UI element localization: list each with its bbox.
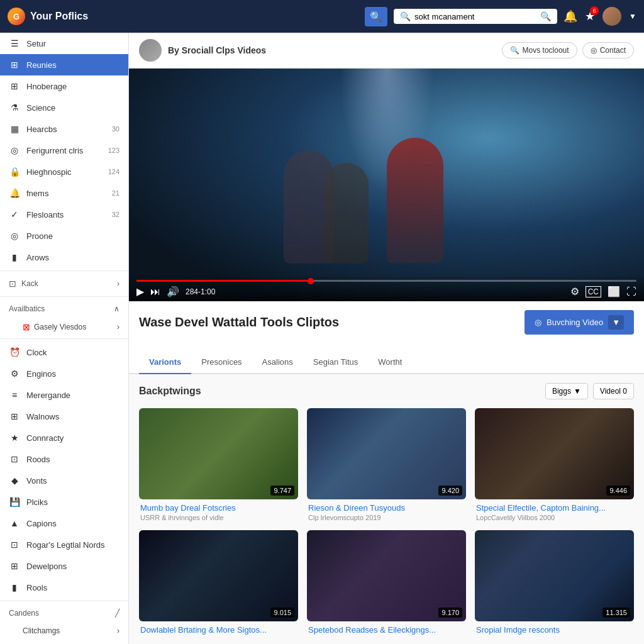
theater-icon[interactable]: ⬜	[608, 286, 620, 297]
sidebar-item-science[interactable]: ⚗ Science	[0, 97, 128, 118]
sidebar-item-proone[interactable]: ◎ Proone	[0, 225, 128, 247]
next-icon[interactable]: ⏭	[150, 286, 160, 297]
hieghnospic-icon: 🔒	[9, 166, 20, 177]
bell-badge-btn[interactable]: ★ 6	[585, 9, 595, 23]
flesloants-count: 32	[112, 211, 119, 218]
sidebar-item-capions[interactable]: ▲ Capions	[0, 513, 128, 534]
cc-icon[interactable]: CC	[586, 286, 601, 297]
chevron-down-icon[interactable]: ▼	[629, 12, 636, 21]
contact-btn[interactable]: ◎ Contact	[582, 42, 634, 58]
sidebar-item-rogars[interactable]: ⊡ Rogar's Legtlal Nords	[0, 534, 128, 555]
controls-right: ⚙ CC ⬜ ⛶	[570, 286, 636, 297]
sidebar-divider-1	[0, 270, 128, 271]
gasely-label: Gasely Viesdos	[34, 323, 86, 331]
science-icon: ⚗	[9, 102, 20, 113]
tab-segian-titus[interactable]: Segian Titus	[303, 351, 369, 374]
card-duration-4: 9.015	[270, 608, 294, 618]
sidebar-item-ferigurrent[interactable]: ◎ Ferigurrent clris 123	[0, 140, 128, 161]
video-card-4[interactable]: 9.015 Dowlablel Brtating & More Sigtos..…	[139, 530, 298, 636]
contact-btn-label: Contact	[600, 46, 626, 55]
setur-icon: ☰	[9, 38, 20, 49]
sidebar-item-roods[interactable]: ⊡ Roods	[0, 448, 128, 470]
plciks-icon: 💾	[9, 496, 20, 508]
sidebar-item-hieghnospic[interactable]: 🔒 Hieghnospic 124	[0, 161, 128, 182]
sidebar-item-dewelpons[interactable]: ⊞ Dewelpons	[0, 555, 128, 577]
fullscreen-icon[interactable]: ⛶	[626, 286, 636, 297]
reunies-icon: ⊞	[9, 59, 20, 70]
sidebar-label-proone: Proone	[26, 231, 53, 241]
tab-varionts[interactable]: Varionts	[139, 351, 191, 374]
tab-wortht[interactable]: Wortht	[368, 351, 412, 374]
sidebar-availbatics-section[interactable]: Availbatics ∧	[0, 299, 128, 318]
search-input[interactable]	[414, 12, 536, 21]
logo[interactable]: G Your Poflics	[8, 8, 88, 25]
video-card-3[interactable]: 9.446 Stpecial Elfectile, Captom Baining…	[475, 408, 634, 521]
logo-text: Your Poflics	[30, 11, 88, 22]
sidebar-item-setur[interactable]: ☰ Setur	[0, 33, 128, 54]
dewelpons-icon: ⊞	[9, 560, 20, 572]
sidebar-item-fnems[interactable]: 🔔 fnems 21	[0, 182, 128, 204]
tab-presonices[interactable]: Presonices	[191, 351, 252, 374]
card-thumbnail-1: 9.747	[139, 408, 298, 499]
volume-icon[interactable]: 🔊	[167, 286, 179, 297]
video-grid: 9.747 Mumb bay Dreal Fotscries USRR & ih…	[139, 408, 634, 636]
candens-chevron-icon: ╱	[115, 609, 119, 618]
search-small-icon: 🔍	[510, 46, 519, 55]
video-card-2[interactable]: 9.420 Rieson & Direen Tusyouds Clp Irlev…	[307, 408, 466, 521]
video-card-6[interactable]: 11.315 Sropial Imdge resconts	[475, 530, 634, 636]
sidebar-gasely-sub[interactable]: ⊠ Gasely Viesdos ›	[0, 318, 128, 336]
video-controls: ▶ ⏭ 🔊 284-1:00 ⚙ CC ⬜ ⛶	[129, 275, 644, 301]
sidebar-label-rools: Rools	[26, 583, 47, 592]
sidebar-item-merergande[interactable]: ≡ Merergande	[0, 384, 128, 406]
sidebar-item-hnoberage[interactable]: ⊞ Hnoberage	[0, 75, 128, 97]
sidebar-item-plciks[interactable]: 💾 Plciks	[0, 491, 128, 513]
play-icon[interactable]: ▶	[136, 286, 144, 297]
sidebar-label-ferigurrent: Ferigurrent clris	[26, 146, 83, 155]
flesloants-icon: ✓	[9, 209, 20, 220]
videos-section: Backptwings Biggs ▼ Videol 0 9.747 M	[129, 374, 644, 644]
sidebar-label-rogars: Rogar's Legtlal Nords	[26, 540, 105, 550]
sidebar-item-clock[interactable]: ⏰ Clock	[0, 341, 128, 363]
sidebar-clitchamgs-sub[interactable]: Clitchamgs ›	[0, 623, 128, 639]
movs-tocloout-btn[interactable]: 🔍 Movs tocloout	[502, 42, 577, 58]
settings-icon[interactable]: ⚙	[570, 286, 579, 297]
fnems-icon: 🔔	[9, 187, 20, 199]
sidebar-kack-section[interactable]: ⊡ Kack ›	[0, 274, 128, 294]
sidebar-item-connracty[interactable]: ★ Connracty	[0, 427, 128, 448]
sidebar-item-arows[interactable]: ▮ Arows	[0, 247, 128, 268]
sidebar-item-rools[interactable]: ▮ Rools	[0, 577, 128, 598]
card-title-5: Spetebod Readses & Eileckigngs...	[308, 625, 465, 635]
video-card-5[interactable]: 9.170 Spetebod Readses & Eileckigngs...	[307, 530, 466, 636]
bell-badge: 6	[590, 6, 599, 15]
filter-biggs-btn[interactable]: Biggs ▼	[545, 383, 588, 399]
sidebar-divider-4	[0, 601, 128, 601]
tab-asalions[interactable]: Asalions	[252, 351, 303, 374]
sidebar-candens-section[interactable]: Candens ╱	[0, 604, 128, 623]
sidebar-item-vonts[interactable]: ◆ Vonts	[0, 470, 128, 491]
video-thumbnail[interactable]: ▶ ⏭ 🔊 284-1:00 ⚙ CC ⬜ ⛶	[129, 69, 644, 301]
sidebar-item-flesloants[interactable]: ✓ Flesloants 32	[0, 204, 128, 225]
search-submit-btn[interactable]: 🔍	[540, 11, 551, 21]
movs-btn-label: Movs tocloout	[523, 46, 569, 55]
card-title-4: Dowlablel Brtating & More Sigtos...	[140, 625, 297, 635]
logo-icon: G	[8, 8, 25, 25]
sidebar-item-enginos[interactable]: ⚙ Enginos	[0, 363, 128, 384]
progress-bar[interactable]	[136, 280, 636, 282]
sidebar-cliness-sub[interactable]: Cliness ›	[0, 639, 128, 644]
search-icon-btn[interactable]: 🔍	[365, 7, 387, 26]
sidebar-item-reunies[interactable]: ⊞ Reunies	[0, 54, 128, 75]
notifications-btn[interactable]: 🔔	[564, 9, 577, 23]
fnems-count: 21	[112, 189, 119, 197]
filter-videol-btn[interactable]: Videol 0	[593, 383, 634, 399]
card-info-6: Sropial Imdge resconts	[475, 621, 634, 635]
sidebar-item-hearcbs[interactable]: ▦ Hearcbs 30	[0, 118, 128, 140]
sidebar-item-walnows[interactable]: ⊞ Walnows	[0, 406, 128, 427]
avatar[interactable]	[602, 7, 621, 26]
buy-btn[interactable]: ◎ Buvching Video ▼	[525, 310, 634, 335]
ferigurrent-icon: ◎	[9, 145, 20, 156]
figure-center	[387, 138, 443, 264]
sidebar-label-vonts: Vonts	[26, 476, 47, 486]
video-card-1[interactable]: 9.747 Mumb bay Dreal Fotscries USRR & ih…	[139, 408, 298, 521]
buy-btn-chevron-icon[interactable]: ▼	[608, 315, 624, 330]
availbatics-label: Availbatics	[9, 304, 45, 313]
